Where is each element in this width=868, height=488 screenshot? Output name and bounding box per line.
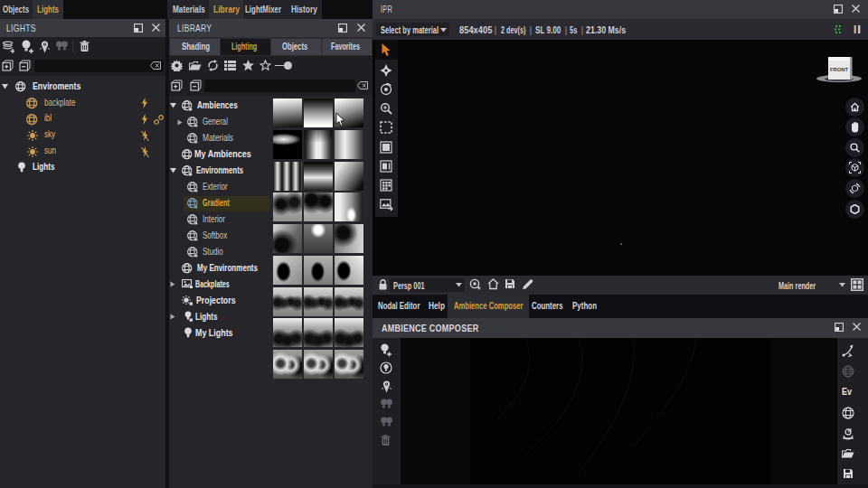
- svg-text:FRONT: FRONT: [830, 67, 848, 72]
